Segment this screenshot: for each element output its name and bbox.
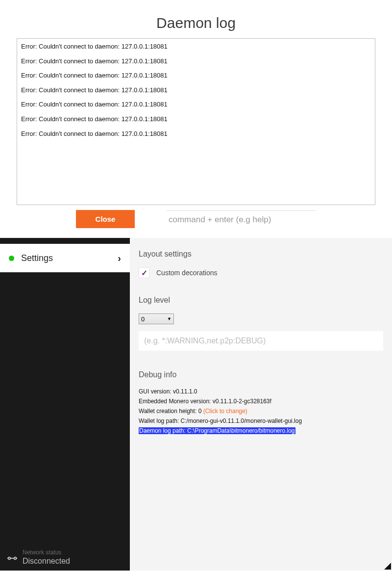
resize-handle-icon[interactable] [384, 563, 391, 570]
click-to-change-link[interactable]: (Click to change) [203, 408, 247, 415]
checkbox-label: Custom decorations [156, 269, 218, 277]
custom-decorations-checkbox[interactable]: ✓ Custom decorations [139, 267, 383, 278]
sidebar-item-label: Settings [21, 253, 53, 263]
close-button[interactable]: Close [76, 210, 135, 228]
network-status-value: Disconnected [23, 556, 70, 566]
log-line: Error: Couldn't connect to daemon: 127.0… [21, 115, 371, 123]
log-output[interactable]: Error: Couldn't connect to daemon: 127.0… [17, 38, 375, 205]
svg-point-1 [14, 557, 16, 559]
checkmark-icon: ✓ [141, 268, 147, 278]
debug-info-heading: Debug info [139, 370, 383, 379]
titlebar [0, 238, 130, 244]
gui-version-row: GUI version: v0.11.1.0 [139, 388, 383, 395]
command-input[interactable] [167, 211, 316, 228]
log-line: Error: Couldn't connect to daemon: 127.0… [21, 72, 371, 79]
log-line: Error: Couldn't connect to daemon: 127.0… [21, 43, 371, 51]
daemon-log-path-row[interactable]: Daemon log path: C:\ProgramData\bitmoner… [139, 427, 383, 434]
caret-down-icon: ▼ [167, 316, 172, 321]
log-level-heading: Log level [139, 296, 383, 305]
layout-settings-heading: Layout settings [139, 250, 383, 259]
svg-point-0 [8, 557, 10, 559]
daemon-log-modal: Daemon log Error: Couldn't connect to da… [0, 0, 392, 238]
log-filter-input[interactable] [139, 331, 383, 351]
network-status-label: Network status [23, 549, 70, 556]
log-level-select[interactable]: 0 ▼ [139, 313, 174, 324]
connection-icon [7, 553, 18, 564]
sidebar-item-settings[interactable]: Settings › [0, 244, 130, 272]
log-line: Error: Couldn't connect to daemon: 127.0… [21, 86, 371, 94]
log-line: Error: Couldn't connect to daemon: 127.0… [21, 57, 371, 65]
log-line: Error: Couldn't connect to daemon: 127.0… [21, 130, 371, 138]
log-line: Error: Couldn't connect to daemon: 127.0… [21, 101, 371, 108]
main-panel: Layout settings ✓ Custom decorations Log… [130, 238, 392, 571]
log-level-value: 0 [141, 315, 145, 323]
status-dot-icon [9, 256, 14, 261]
embedded-version-row: Embedded Monero version: v0.11.1.0-2-gc3… [139, 398, 383, 405]
modal-title: Daemon log [0, 15, 392, 31]
chevron-right-icon: › [118, 253, 121, 264]
creation-height-row: Wallet creation height: 0 (Click to chan… [139, 408, 383, 415]
sidebar: Settings › Network status Disconnected [0, 238, 130, 571]
wallet-log-path-row: Wallet log path: C:/monero-gui-v0.11.1.0… [139, 417, 383, 424]
network-status: Network status Disconnected [0, 549, 130, 571]
settings-window: Settings › Network status Disconnected L… [0, 238, 392, 571]
